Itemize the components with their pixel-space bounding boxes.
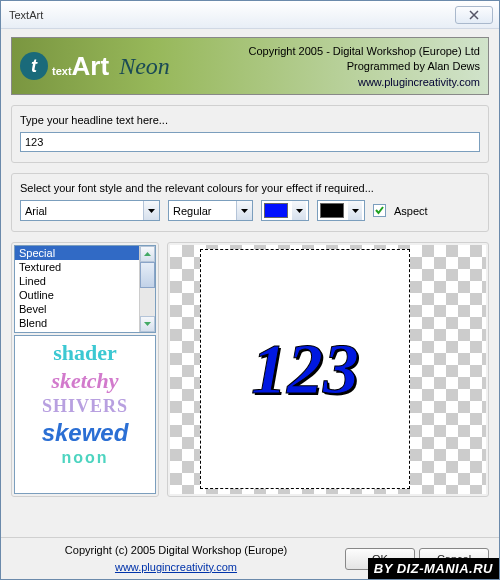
style-thumb[interactable]: noon [61, 449, 108, 467]
list-item[interactable]: Textured [15, 260, 155, 274]
style-thumb[interactable]: shader [53, 340, 117, 366]
footer-url[interactable]: www.plugincreativity.com [115, 561, 237, 573]
scroll-up-icon[interactable] [140, 246, 155, 262]
banner-programmer: Programmed by Alan Dews [248, 59, 480, 74]
font-select[interactable]: Arial [20, 200, 160, 221]
list-item[interactable]: Lined [15, 274, 155, 288]
dialog-window: TextArt t textArt Neon Copyright 2005 - … [0, 0, 500, 580]
lower-area: Special Textured Lined Outline Bevel Ble… [11, 242, 489, 497]
font-label: Select your font style and the relevant … [20, 182, 480, 194]
titlebar: TextArt [1, 1, 499, 29]
banner-variant: Neon [119, 53, 170, 80]
color2-swatch [320, 203, 344, 218]
color1-swatch [264, 203, 288, 218]
banner-url[interactable]: www.plugincreativity.com [358, 76, 480, 88]
dropdown-icon [236, 201, 252, 220]
style-thumb[interactable]: skewed [42, 419, 129, 447]
headline-group: Type your headline text here... [11, 105, 489, 163]
logo-icon: t [20, 52, 48, 80]
font-value: Arial [25, 205, 47, 217]
check-icon [375, 206, 384, 215]
font-group: Select your font style and the relevant … [11, 173, 489, 232]
banner: t textArt Neon Copyright 2005 - Digital … [11, 37, 489, 95]
style-thumb[interactable]: sketchy [51, 368, 118, 394]
style-listbox[interactable]: Special Textured Lined Outline Bevel Ble… [14, 245, 156, 333]
color2-button[interactable] [317, 200, 365, 221]
content-area: t textArt Neon Copyright 2005 - Digital … [1, 29, 499, 505]
canvas-checker: 123 [170, 245, 486, 494]
weight-value: Regular [173, 205, 212, 217]
list-item[interactable]: Outline [15, 288, 155, 302]
banner-logo: t textArt Neon [20, 51, 170, 82]
close-icon [469, 10, 479, 20]
banner-copyright: Copyright 2005 - Digital Workshop (Europ… [248, 44, 480, 59]
list-item[interactable]: Bevel [15, 302, 155, 316]
scrollbar[interactable] [139, 246, 155, 332]
window-title: TextArt [7, 9, 455, 21]
list-item[interactable]: Blend [15, 316, 155, 330]
style-column: Special Textured Lined Outline Bevel Ble… [11, 242, 159, 497]
banner-title: textArt [52, 51, 109, 82]
preview-panel: 123 [167, 242, 489, 497]
headline-input[interactable] [20, 132, 480, 152]
dropdown-icon [348, 201, 362, 220]
artboard[interactable]: 123 [200, 249, 410, 489]
list-item[interactable]: Special [15, 246, 155, 260]
preview-text: 123 [251, 328, 359, 411]
weight-select[interactable]: Regular [168, 200, 253, 221]
scroll-thumb[interactable] [140, 262, 155, 288]
style-preview-list[interactable]: shader sketchy SHIVERS skewed noon [14, 335, 156, 494]
dropdown-icon [143, 201, 159, 220]
aspect-label: Aspect [394, 205, 428, 217]
watermark: BY DIZ-MANIA.RU [368, 558, 499, 579]
headline-label: Type your headline text here... [20, 114, 480, 126]
scroll-down-icon[interactable] [140, 316, 155, 332]
dropdown-icon [292, 201, 306, 220]
style-thumb[interactable]: SHIVERS [42, 396, 128, 417]
font-row: Arial Regular Aspect [20, 200, 480, 221]
banner-credits: Copyright 2005 - Digital Workshop (Europ… [248, 44, 480, 90]
aspect-checkbox[interactable] [373, 204, 386, 217]
footer-credits: Copyright (c) 2005 Digital Workshop (Eur… [11, 542, 341, 575]
color1-button[interactable] [261, 200, 309, 221]
close-button[interactable] [455, 6, 493, 24]
footer-copyright: Copyright (c) 2005 Digital Workshop (Eur… [11, 542, 341, 559]
